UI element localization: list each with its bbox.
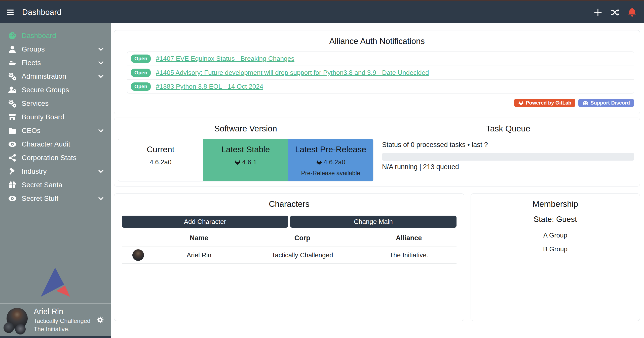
sidebar-item-services[interactable]: Services (0, 97, 111, 110)
user-lock-icon (7, 86, 18, 94)
alliance-logo-badge (15, 324, 26, 334)
notifications-title: Alliance Auth Notifications (114, 36, 640, 46)
software-taskqueue-panel: Software Version Current 4.6.2a0 Latest … (114, 118, 640, 186)
character-portrait (132, 249, 144, 261)
sidebar-item-bounty-board[interactable]: Bounty Board (0, 110, 111, 124)
gauge-icon (7, 31, 18, 40)
user-corp: Tactically Challenged (34, 317, 90, 324)
avatar-column-header (122, 230, 155, 247)
sidebar-item-label: Administration (22, 72, 66, 80)
notification-link[interactable]: #1407 EVE Equinox Status - Breaking Chan… (156, 55, 294, 63)
sidebar-menu: Dashboard Groups Fleets (0, 29, 111, 205)
discord-icon (582, 101, 588, 106)
sidebar-item-secret-santa[interactable]: Secret Santa (0, 178, 111, 192)
shuttle-icon (7, 59, 18, 67)
add-character-button[interactable]: Add Character (122, 216, 288, 228)
top-navbar: Dashboard (0, 1, 644, 23)
sidebar-item-label: Fleets (22, 59, 41, 67)
main-content: Alliance Auth Notifications Open #1407 E… (111, 23, 644, 338)
group-row: B Group (476, 242, 635, 256)
user-alliance: The Initiative. (34, 326, 90, 333)
sidebar-item-label: Services (22, 100, 49, 108)
sidebar-item-label: Corporation Stats (22, 154, 77, 162)
settings-gear-icon[interactable] (96, 316, 104, 324)
status-badge: Open (131, 55, 151, 63)
change-main-button[interactable]: Change Main (290, 216, 457, 228)
sidebar-item-label: Character Audit (22, 140, 70, 148)
chevron-down-icon (98, 74, 104, 78)
user-icon (7, 45, 18, 54)
character-alliance: The Initiative. (361, 247, 457, 264)
task-queue-status: Status of 0 processed tasks • last ? (382, 141, 634, 149)
sidebar-item-secret-stuff[interactable]: Secret Stuff (0, 192, 111, 205)
chevron-down-icon (98, 169, 104, 173)
sidebar-item-label: Secret Santa (22, 181, 62, 189)
software-version-section: Software Version Current 4.6.2a0 Latest … (114, 118, 373, 186)
membership-state: State: Guest (476, 215, 635, 224)
chevron-down-icon (98, 47, 104, 51)
sidebar-item-label: Bounty Board (22, 113, 64, 121)
notifications-panel: Alliance Auth Notifications Open #1407 E… (114, 30, 640, 114)
task-queue-counts: N/A running | 213 queued (382, 163, 634, 171)
chevron-down-icon (98, 129, 104, 133)
support-discord-badge[interactable]: Support Discord (578, 99, 634, 107)
page-title: Dashboard (22, 8, 61, 17)
version-latest-prerelease: Latest Pre-Release 4.6.2a0 Pre-Release a… (288, 139, 373, 181)
sidebar-item-label: Groups (22, 45, 45, 53)
gitlab-icon (316, 160, 322, 165)
notification-row: Open #1405 Advisory: Future development … (127, 66, 634, 79)
sidebar-item-character-audit[interactable]: Character Audit (0, 137, 111, 151)
sidebar-item-industry[interactable]: Industry (0, 165, 111, 178)
user-name: Ariel Rin (34, 307, 90, 316)
sidebar-item-label: Dashboard (22, 32, 56, 40)
task-queue-section: Task Queue Status of 0 processed tasks •… (373, 118, 640, 186)
eye-icon (7, 140, 18, 149)
sidebar-item-secure-groups[interactable]: Secure Groups (0, 83, 111, 97)
shuffle-icon[interactable] (610, 8, 620, 17)
notifications-list: Open #1407 EVE Equinox Status - Breaking… (127, 52, 634, 93)
status-badge: Open (131, 82, 151, 91)
notification-link[interactable]: #1383 Python 3.8 EOL - 14 Oct 2024 (156, 83, 263, 90)
sidebar-item-corporation-stats[interactable]: Corporation Stats (0, 151, 111, 165)
sidebar: Dashboard Groups Fleets (0, 23, 111, 338)
hammer-icon (7, 167, 18, 176)
sidebar-item-dashboard[interactable]: Dashboard (0, 29, 111, 42)
corp-logo-badge (4, 322, 14, 333)
character-name: Ariel Rin (155, 247, 244, 264)
alliance-auth-logo (41, 267, 70, 298)
powered-by-gitlab-badge[interactable]: Powered by GitLab (514, 99, 575, 107)
prerelease-note: Pre-Release available (288, 170, 373, 177)
sidebar-item-groups[interactable]: Groups (0, 42, 111, 56)
character-row: Ariel Rin Tactically Challenged The Init… (122, 247, 457, 264)
notification-link[interactable]: #1405 Advisory: Future development will … (156, 69, 429, 77)
share-icon (7, 154, 18, 162)
sidebar-item-label: Secret Stuff (22, 195, 58, 203)
menu-toggle-icon[interactable] (7, 10, 14, 15)
eye-icon (7, 194, 18, 203)
notification-bell-icon[interactable] (627, 8, 637, 17)
notification-row: Open #1383 Python 3.8 EOL - 14 Oct 2024 (127, 79, 634, 93)
status-badge: Open (131, 69, 151, 77)
software-version-title: Software Version (118, 124, 373, 133)
gitlab-icon (235, 160, 241, 165)
gitlab-icon (518, 100, 524, 106)
folder-icon (7, 126, 18, 135)
add-icon[interactable] (593, 8, 603, 17)
membership-groups-list: A Group B Group (476, 228, 635, 256)
gears-icon (7, 72, 18, 81)
notification-row: Open #1407 EVE Equinox Status - Breaking… (127, 52, 634, 66)
version-current: Current 4.6.2a0 (118, 139, 203, 181)
task-queue-progressbar (382, 153, 634, 161)
sidebar-item-administration[interactable]: Administration (0, 70, 111, 83)
characters-panel: Characters Add Character Change Main Nam… (114, 194, 464, 321)
membership-panel: Membership State: Guest A Group B Group (471, 194, 640, 321)
sidebar-item-label: CEOs (22, 127, 41, 135)
sidebar-item-ceos[interactable]: CEOs (0, 124, 111, 137)
gift-icon (7, 181, 18, 189)
sidebar-bottom-bar (0, 336, 111, 338)
characters-table: Name Corp Alliance Ariel Rin Tactically … (122, 230, 457, 264)
column-header-corp: Corp (244, 230, 361, 247)
sidebar-item-fleets[interactable]: Fleets (0, 56, 111, 70)
characters-title: Characters (122, 199, 457, 209)
membership-title: Membership (476, 199, 635, 209)
